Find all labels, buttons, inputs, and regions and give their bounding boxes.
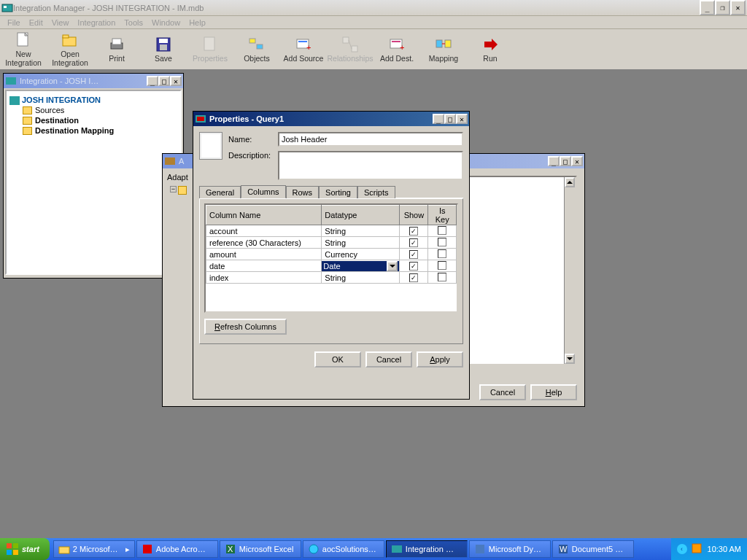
svg-rect-22: [436, 40, 442, 47]
properties-icon: [195, 113, 206, 125]
key-checkbox[interactable]: [438, 226, 446, 235]
key-checkbox[interactable]: [438, 273, 446, 281]
svg-point-37: [309, 545, 318, 553]
grid-row[interactable]: reference (30 Characters)String✓: [206, 237, 457, 249]
tool-print[interactable]: Print: [96, 31, 137, 69]
scroll-up-button[interactable]: [565, 177, 575, 187]
menu-file[interactable]: File: [3, 17, 25, 28]
tool-save[interactable]: Save: [143, 31, 184, 69]
show-checkbox[interactable]: ✓: [409, 262, 418, 271]
show-checkbox[interactable]: ✓: [409, 238, 418, 247]
taskbar-item[interactable]: Adobe Acro…: [136, 540, 218, 558]
taskbar-item-active[interactable]: Integration …: [386, 540, 468, 558]
tab-general[interactable]: General: [199, 186, 241, 198]
taskbar-item[interactable]: aocSolutions…: [303, 540, 384, 558]
app-minimize-button[interactable]: _: [700, 0, 715, 15]
tab-scripts[interactable]: Scripts: [357, 186, 395, 198]
apply-button[interactable]: Apply: [417, 351, 463, 368]
tab-sorting[interactable]: Sorting: [319, 186, 357, 198]
show-checkbox[interactable]: ✓: [409, 250, 418, 259]
grid-row[interactable]: accountString✓: [206, 225, 457, 237]
col-header-name[interactable]: Column Name: [206, 206, 322, 225]
menu-integration[interactable]: Integration: [73, 17, 120, 28]
col-header-datatype[interactable]: Datatype: [322, 206, 400, 225]
document-icon: [199, 132, 222, 160]
menubar: File Edit View Integration Tools Window …: [0, 16, 747, 29]
tool-new-integration[interactable]: New Integration: [3, 31, 44, 69]
key-checkbox[interactable]: [438, 249, 446, 258]
ok-button[interactable]: OK: [314, 351, 361, 368]
chevron-icon: ▸: [125, 545, 130, 554]
svg-rect-34: [143, 545, 152, 553]
integration-icon: [5, 75, 17, 87]
key-checkbox[interactable]: [438, 238, 446, 246]
integration-close[interactable]: ✕: [170, 76, 182, 86]
integration-window: Integration - JOSH I… _ □ ✕ JOSH INTEGRA…: [3, 73, 184, 279]
integration-minimize[interactable]: _: [147, 76, 158, 86]
clock[interactable]: 10:30 AM: [708, 545, 741, 553]
taskbar-item[interactable]: XMicrosoft Excel: [220, 540, 301, 558]
menu-view[interactable]: View: [47, 17, 74, 28]
tree-node-destination[interactable]: Destination: [9, 115, 177, 125]
name-input[interactable]: [278, 132, 463, 147]
tree-root[interactable]: JOSH INTEGRATION: [9, 94, 177, 105]
tool-properties[interactable]: Properties: [190, 31, 231, 69]
tree-collapse-icon[interactable]: −: [170, 186, 177, 192]
system-tray[interactable]: ‹ 10:30 AM: [671, 538, 747, 560]
tray-icon[interactable]: [692, 543, 703, 555]
datatype-dropdown-button[interactable]: [387, 261, 398, 271]
svg-text:+: +: [400, 43, 404, 52]
tool-mapping[interactable]: Mapping: [423, 31, 464, 69]
tab-columns[interactable]: Columns: [241, 185, 285, 198]
show-checkbox[interactable]: ✓: [409, 273, 418, 282]
tree-node-destination-mapping[interactable]: Destination Mapping: [9, 125, 177, 136]
properties-close[interactable]: ✕: [456, 114, 468, 124]
properties-titlebar[interactable]: Properties - Query1 _ □ ✕: [193, 112, 469, 126]
cancel-button[interactable]: Cancel: [365, 351, 412, 368]
taskbar-item[interactable]: WDocument5 …: [552, 540, 634, 558]
adapter-help-button[interactable]: Help: [530, 384, 577, 400]
menu-window[interactable]: Window: [147, 17, 185, 28]
taskbar-item[interactable]: 2 Microsof…▸: [53, 540, 135, 558]
integration-maximize[interactable]: □: [158, 76, 170, 86]
adapter-maximize[interactable]: □: [560, 156, 571, 166]
toolbar: New Integration Open Integration Print S…: [0, 29, 747, 70]
tool-objects[interactable]: Objects: [236, 31, 277, 69]
key-checkbox[interactable]: [438, 261, 446, 270]
taskbar-item[interactable]: Microsoft Dy…: [469, 540, 551, 558]
properties-minimize[interactable]: _: [433, 114, 444, 124]
adapter-cancel-button[interactable]: Cancel: [479, 384, 526, 400]
svg-rect-8: [159, 39, 168, 43]
tree-node-sources[interactable]: Sources: [9, 105, 177, 115]
adapter-minimize[interactable]: _: [548, 156, 560, 166]
col-header-show[interactable]: Show: [400, 206, 428, 225]
tab-rows[interactable]: Rows: [286, 186, 320, 198]
menu-help[interactable]: Help: [185, 17, 210, 28]
columns-grid[interactable]: Column Name Datatype Show Is Key account…: [206, 205, 457, 284]
integration-tree[interactable]: JOSH INTEGRATION Sources Destination Des…: [5, 90, 182, 275]
menu-edit[interactable]: Edit: [25, 17, 47, 28]
show-checkbox[interactable]: ✓: [409, 227, 418, 236]
tool-open-integration[interactable]: Open Integration: [50, 31, 90, 69]
grid-row[interactable]: amountCurrency✓: [206, 249, 457, 260]
tray-expand-icon[interactable]: ‹: [677, 544, 687, 554]
grid-row-selected[interactable]: dateDate✓: [206, 260, 457, 272]
tool-add-source[interactable]: +Add Source: [283, 31, 324, 69]
description-input[interactable]: [278, 151, 463, 180]
grid-row[interactable]: indexString✓: [206, 272, 457, 284]
app-maximize-button[interactable]: ❐: [715, 0, 730, 15]
integration-titlebar[interactable]: Integration - JOSH I… _ □ ✕: [4, 74, 183, 88]
tool-add-dest[interactable]: +Add Dest.: [376, 31, 417, 69]
svg-rect-20: [392, 41, 400, 42]
start-button[interactable]: start: [0, 538, 50, 560]
menu-tools[interactable]: Tools: [120, 17, 147, 28]
scroll-down-button[interactable]: [565, 354, 575, 364]
properties-maximize[interactable]: □: [444, 114, 456, 124]
col-header-iskey[interactable]: Is Key: [428, 206, 457, 225]
adapter-scrollbar[interactable]: [564, 177, 576, 364]
app-close-button[interactable]: ✕: [730, 0, 746, 15]
tool-relationships[interactable]: Relationships: [330, 31, 371, 69]
refresh-columns-button[interactable]: Refresh Columns: [204, 319, 287, 335]
tool-run[interactable]: Run: [470, 31, 511, 69]
adapter-close[interactable]: ✕: [571, 156, 583, 166]
